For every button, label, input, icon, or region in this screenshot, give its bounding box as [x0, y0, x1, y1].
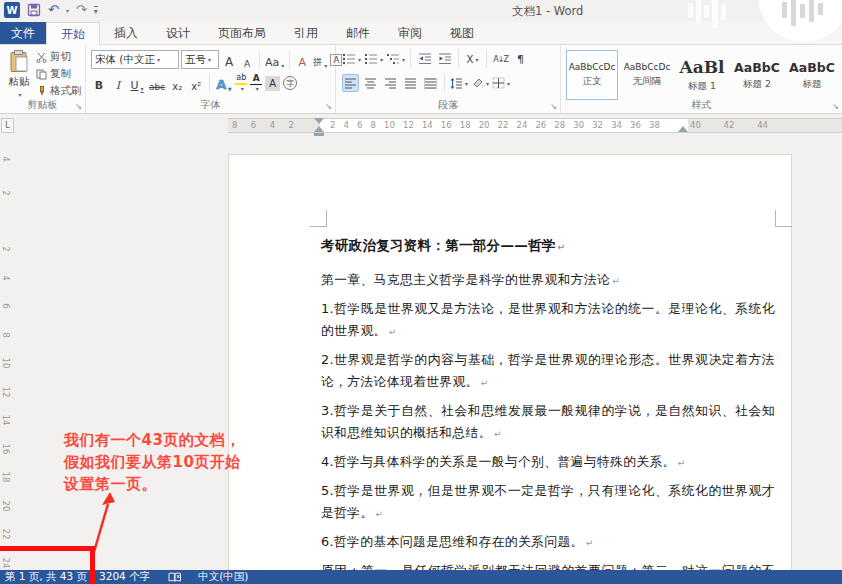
bold-button[interactable]: B — [91, 74, 107, 92]
strikethrough-button[interactable]: abc — [148, 74, 166, 92]
align-left-button[interactable] — [342, 74, 359, 92]
numbering-button[interactable] — [364, 50, 383, 68]
font-color-button[interactable]: A — [250, 74, 262, 92]
style-name: 标题 2 — [743, 78, 771, 91]
hanging-indent-marker[interactable] — [314, 126, 324, 132]
undo-dropdown[interactable]: ▾ — [66, 7, 69, 14]
tab-mailings[interactable]: 邮件 — [332, 22, 384, 44]
style-normal[interactable]: AaBbCcDc 正文 — [566, 50, 618, 100]
tab-design[interactable]: 设计 — [152, 22, 204, 44]
shrink-font-button[interactable]: A — [239, 51, 255, 69]
clear-formatting-button[interactable]: A — [294, 51, 310, 69]
decrease-indent-button[interactable] — [416, 50, 433, 68]
clipboard-group: 粘贴 剪切 复制 — [0, 45, 86, 113]
ribbon: 粘贴 剪切 复制 — [0, 45, 842, 114]
right-indent-marker[interactable] — [678, 126, 688, 132]
highlight-color-button[interactable]: ab — [235, 74, 247, 92]
doc-paragraph[interactable]: 5.哲学是世界观，但是世界观不一定是哲学，只有理论化、系统化的世界观才是哲学。 — [321, 480, 775, 525]
bullets-button[interactable] — [342, 50, 361, 68]
italic-button[interactable]: I — [110, 74, 126, 92]
doc-paragraph[interactable]: 6.哲学的基本问题是思维和存在的关系问题。 — [321, 531, 775, 554]
doc-paragraph[interactable]: 1.哲学既是世界观又是方法论，是世界观和方法论的统一。是理论化、系统化的世界观。 — [321, 298, 775, 343]
ruler-number: 10 — [384, 119, 395, 132]
annotation-line: 我们有一个43页的文档， — [64, 429, 264, 451]
tab-page-layout[interactable]: 页面布局 — [204, 22, 280, 44]
doc-paragraph[interactable]: 原因：第一，是任何哲学派别都无法回避的首要问题；第二，对这一问题的不同回答是划分… — [321, 560, 775, 570]
document-page[interactable]: 考研政治复习资料：第一部分——哲学 第一章、马克思主义哲学是科学的世界观和方法论… — [228, 154, 792, 570]
superscript-button[interactable]: x² — [188, 74, 204, 92]
ruler-number: 4 — [1, 275, 11, 280]
proofing-status[interactable] — [168, 572, 182, 583]
tab-stop-selector[interactable]: L — [1, 118, 14, 133]
doc-paragraph[interactable]: 2.世界观是哲学的内容与基础，哲学是世界观的理论形态。世界观决定着方法论，方法论… — [321, 349, 775, 394]
tab-home[interactable]: 开始 — [46, 22, 100, 45]
ruler-numbers: 2 4 6 8 10 12 14 16 18 20 22 24 26 28 30… — [330, 119, 660, 132]
format-painter-button[interactable]: 格式刷 — [36, 83, 82, 99]
enclose-characters-button[interactable]: 字 — [283, 76, 297, 90]
tab-file[interactable]: 文件 — [0, 22, 46, 44]
ruler-number: 16 — [1, 443, 11, 454]
vruler-numbers: 2 4 6 8 10 12 14 16 18 20 22 24 — [0, 244, 12, 568]
align-right-button[interactable] — [382, 74, 399, 92]
change-case-button[interactable]: Aa — [264, 51, 285, 69]
show-hide-marks-button[interactable]: ¶ — [512, 50, 529, 68]
style-heading-2[interactable]: AaBbC 标题 2 — [731, 50, 783, 100]
borders-grid-icon — [492, 77, 505, 89]
ribbon-tab-row: 文件 开始 插入 设计 页面布局 引用 邮件 审阅 视图 — [0, 22, 842, 45]
increase-indent-button[interactable] — [436, 50, 453, 68]
phonetic-guide-button[interactable]: 拼 — [312, 51, 328, 69]
first-line-indent-marker[interactable] — [314, 118, 324, 124]
multilevel-list-button[interactable] — [386, 50, 405, 68]
style-no-spacing[interactable]: AaBbCcDc 无间隔 — [621, 50, 673, 100]
copy-button[interactable]: 复制 — [36, 66, 82, 82]
tab-references[interactable]: 引用 — [280, 22, 332, 44]
font-name-combo[interactable]: 宋体 (中文正 — [91, 50, 179, 69]
word-count[interactable]: 3204 个字 — [99, 570, 150, 584]
asian-layout-button[interactable]: X — [464, 50, 481, 68]
text-effects-button[interactable]: A — [215, 74, 232, 92]
redo-button[interactable]: ↷ — [76, 2, 87, 18]
paragraph-group-label: 段落 — [336, 98, 560, 112]
cut-button[interactable]: 剪切 — [36, 49, 82, 65]
line-spacing-icon — [450, 78, 463, 89]
character-shading-button[interactable]: A — [265, 76, 280, 91]
distribute-button[interactable] — [422, 74, 439, 92]
save-button[interactable] — [27, 3, 41, 17]
subscript-button[interactable]: x₂ — [169, 74, 185, 92]
doc-paragraph[interactable]: 4.哲学与具体科学的关系是一般与个别、普遍与特殊的关系。 — [321, 451, 775, 474]
annotation-highlight-box — [0, 546, 95, 584]
ruler-number: 6 — [1, 303, 11, 308]
ruler-number: 8 — [1, 332, 11, 337]
customize-quick-access-button[interactable]: ▾ — [94, 6, 98, 15]
language-indicator[interactable]: 中文(中国) — [198, 570, 248, 584]
doc-paragraph[interactable]: 3.哲学是关于自然、社会和思维发展最一般规律的学说，是自然知识、社会知识和思维知… — [321, 400, 775, 445]
clipboard-small-buttons: 剪切 复制 格式刷 — [36, 49, 82, 99]
undo-button[interactable]: ↶ — [48, 2, 59, 18]
tab-view[interactable]: 视图 — [436, 22, 488, 44]
tab-review[interactable]: 审阅 — [384, 22, 436, 44]
font-size-combo[interactable]: 五号 — [181, 50, 219, 69]
document-area: 考研政治复习资料：第一部分——哲学 第一章、马克思主义哲学是科学的世界观和方法论… — [0, 137, 842, 570]
paragraph-dialog-launcher[interactable]: ↘ — [550, 103, 557, 111]
borders-button[interactable] — [492, 74, 510, 92]
doc-paragraph[interactable]: 第一章、马克思主义哲学是科学的世界观和方法论 — [321, 269, 775, 292]
annotation-arrow — [85, 490, 125, 554]
word-logo-icon[interactable]: W — [4, 2, 20, 18]
justify-button[interactable] — [402, 74, 419, 92]
grow-font-button[interactable]: A — [221, 51, 237, 69]
clipboard-dialog-launcher[interactable]: ↘ — [75, 103, 82, 111]
sort-button[interactable]: A↓Z — [492, 50, 509, 68]
align-center-button[interactable] — [362, 74, 379, 92]
left-indent-marker[interactable] — [314, 133, 324, 136]
style-heading-1[interactable]: AaBl 标题 1 — [676, 50, 728, 100]
ruler-number: 28 — [554, 119, 565, 132]
line-spacing-button[interactable] — [450, 74, 468, 92]
paste-button[interactable]: 粘贴 — [4, 49, 34, 99]
doc-heading[interactable]: 考研政治复习资料：第一部分——哲学 — [321, 237, 775, 255]
tab-insert[interactable]: 插入 — [100, 22, 152, 44]
shading-button[interactable] — [471, 74, 489, 92]
styles-dialog-launcher[interactable]: ↘ — [832, 103, 839, 111]
font-dialog-launcher[interactable]: ↘ — [325, 103, 332, 111]
style-title[interactable]: AaBbC 标题 — [786, 50, 838, 100]
underline-button[interactable]: U — [129, 74, 145, 92]
